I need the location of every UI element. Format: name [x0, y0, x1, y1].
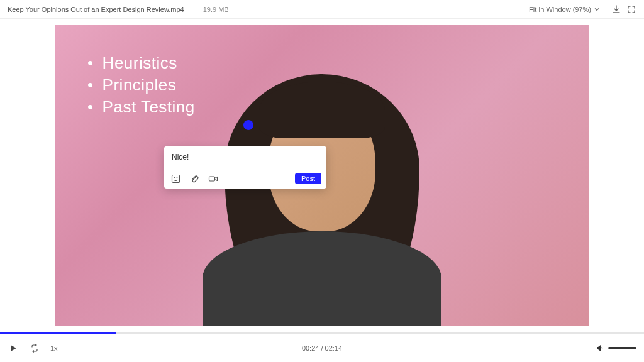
- attachment-icon[interactable]: [188, 172, 201, 185]
- progress-fill: [0, 332, 116, 334]
- play-icon[interactable]: [8, 343, 19, 354]
- slide-bullet: Heuristics: [87, 53, 195, 73]
- download-icon[interactable]: [611, 4, 621, 14]
- current-time: 00:24: [302, 344, 319, 352]
- svg-rect-3: [209, 177, 214, 181]
- volume-control[interactable]: [596, 344, 636, 353]
- total-time: 02:14: [325, 344, 343, 352]
- slide-bullet-list: Heuristics Principles Past Testing: [87, 53, 195, 119]
- annotation-marker[interactable]: [243, 120, 253, 130]
- fullscreen-icon[interactable]: [626, 4, 636, 14]
- slide-bullet: Principles: [87, 75, 195, 95]
- player-bar: 1x 00:24 / 02:14: [0, 332, 644, 362]
- chevron-down-icon: [594, 6, 600, 13]
- comment-popup: Post: [164, 146, 326, 189]
- time-display: 00:24 / 02:14: [302, 344, 342, 352]
- comment-toolbar: Post: [164, 168, 326, 189]
- video-frame[interactable]: Heuristics Principles Past Testing Post: [55, 25, 589, 326]
- progress-track[interactable]: [0, 332, 644, 334]
- file-title: Keep Your Opinions Out of an Expert Desi…: [8, 6, 184, 13]
- video-icon[interactable]: [207, 172, 219, 185]
- svg-point-1: [174, 177, 175, 178]
- loop-icon[interactable]: [29, 343, 40, 354]
- player-controls: 1x 00:24 / 02:14: [0, 334, 644, 362]
- zoom-label: Fit In Window (97%): [529, 6, 591, 13]
- playback-speed[interactable]: 1x: [50, 344, 58, 352]
- volume-bar[interactable]: [608, 347, 636, 349]
- top-bar: Keep Your Opinions Out of an Expert Desi…: [0, 0, 644, 19]
- slide-bullet: Past Testing: [87, 97, 195, 117]
- post-button[interactable]: Post: [295, 173, 321, 184]
- svg-point-2: [176, 177, 177, 178]
- emoji-icon[interactable]: [169, 172, 182, 185]
- svg-rect-0: [172, 175, 179, 182]
- zoom-selector[interactable]: Fit In Window (97%): [529, 6, 600, 13]
- file-size: 19.9 MB: [203, 6, 229, 13]
- volume-icon: [596, 344, 604, 353]
- comment-input[interactable]: [164, 146, 326, 168]
- video-area: Heuristics Principles Past Testing Post: [0, 19, 644, 332]
